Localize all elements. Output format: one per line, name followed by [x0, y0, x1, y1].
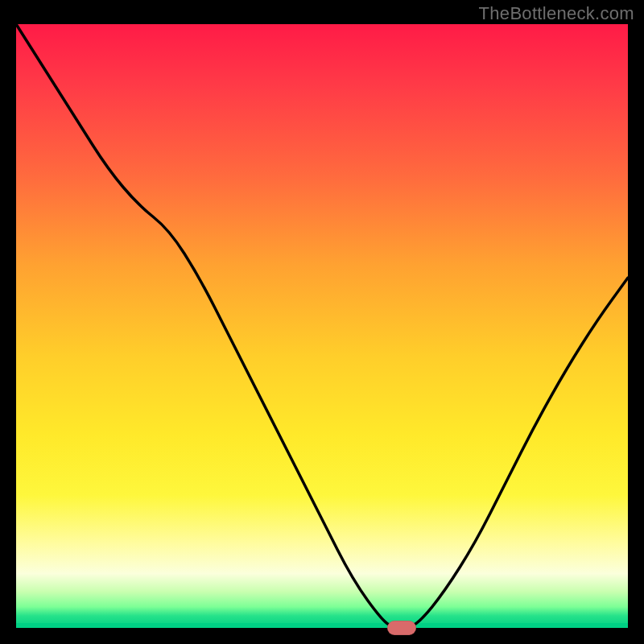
watermark-label: TheBottleneck.com [479, 3, 634, 24]
curve-path [16, 24, 628, 628]
optimal-point-marker [387, 621, 416, 635]
plot-area [16, 24, 628, 628]
bottleneck-curve [16, 24, 628, 628]
chart-frame: TheBottleneck.com [0, 0, 644, 644]
